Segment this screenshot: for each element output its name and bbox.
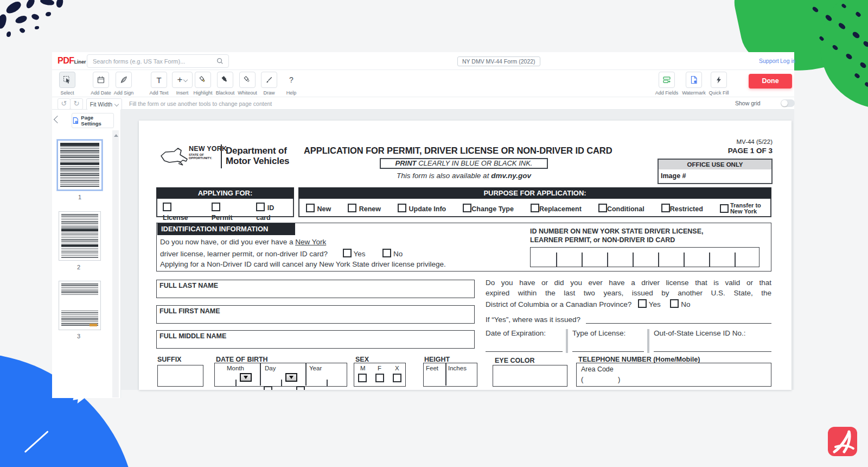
- logo-divider: [221, 144, 222, 168]
- checkbox-ident-no[interactable]: [382, 249, 391, 257]
- oos-issued-writein[interactable]: [586, 315, 771, 324]
- draw-button[interactable]: [261, 72, 277, 88]
- blackout-marker-icon: [221, 75, 229, 84]
- oos-expiration-seg: Date of Expiration:: [486, 329, 566, 353]
- search-icon[interactable]: [216, 57, 224, 65]
- redo-button[interactable]: ↻: [70, 98, 83, 110]
- oos-expiration-writein[interactable]: [486, 351, 563, 352]
- oos-idno-writein[interactable]: [654, 351, 771, 352]
- whiteout-marker-icon: [243, 75, 252, 84]
- avail-pre: This form is also available at: [397, 172, 491, 180]
- id-number-line2: LEARNER PERMIT, or NON-DRIVER ID CARD: [530, 236, 703, 244]
- ny-state-outline-icon: [159, 144, 190, 168]
- option-license: License: [163, 214, 188, 222]
- page-of-label: PAGE 1 OF 3: [691, 147, 773, 155]
- undo-button[interactable]: ↺: [58, 98, 71, 110]
- page-thumbnail-3[interactable]: [59, 281, 101, 330]
- checkbox-new[interactable]: [306, 204, 315, 212]
- dob-month-dropdown[interactable]: [240, 373, 252, 382]
- paren-close: ): [618, 375, 620, 383]
- checkbox-oos-yes[interactable]: [638, 299, 647, 308]
- ident-q1b-underlined: New York: [295, 238, 326, 246]
- page-settings-tab[interactable]: Page Settings: [72, 113, 114, 128]
- show-grid-toggle[interactable]: [781, 99, 795, 107]
- full-middle-name-field[interactable]: FULL MIDDLE NAME: [156, 330, 475, 349]
- done-button[interactable]: Done: [749, 74, 792, 89]
- page-thumbnail-1[interactable]: [57, 140, 103, 191]
- dob-day-label: Day: [265, 365, 276, 371]
- add-text-button[interactable]: T: [151, 72, 167, 88]
- checkbox-conditional[interactable]: [598, 204, 607, 212]
- checkbox-clipped-2[interactable]: [296, 386, 305, 390]
- id-number-label: ID NUMBER ON NEW YORK STATE DRIVER LICEN…: [530, 227, 703, 244]
- sex-label: SEX: [355, 356, 369, 363]
- phone-field[interactable]: Area Code ( ): [576, 363, 771, 387]
- full-last-name-field[interactable]: FULL LAST NAME: [156, 280, 475, 298]
- option-change-type: Change Type: [471, 205, 514, 213]
- editor-hint-text: Fill the form or use another tools to ch…: [129, 100, 272, 107]
- checkbox-clipped-1[interactable]: [264, 386, 272, 390]
- checkbox-update-info[interactable]: [398, 204, 406, 212]
- blackout-button[interactable]: [217, 72, 233, 88]
- sidebar-scrollbar[interactable]: [112, 130, 119, 397]
- search-input[interactable]: [92, 55, 213, 67]
- checkbox-sex-m[interactable]: [358, 374, 367, 382]
- checkbox-restricted[interactable]: [661, 204, 670, 212]
- form-code: MV-44 (5/22): [691, 138, 773, 145]
- checkbox-sex-f[interactable]: [375, 374, 384, 382]
- scroll-up-arrow[interactable]: [114, 134, 118, 137]
- page-thumbnail-2[interactable]: [59, 211, 101, 261]
- checkbox-license[interactable]: [163, 203, 171, 211]
- checkbox-replacement[interactable]: [531, 204, 539, 212]
- full-first-name-field[interactable]: FULL FIRST NAME: [156, 305, 475, 324]
- print-word: PRINT: [395, 159, 417, 167]
- checkbox-renew[interactable]: [348, 204, 356, 212]
- checkbox-permit[interactable]: [212, 203, 220, 211]
- oos-type-seg: Type of License:: [568, 329, 647, 353]
- page-settings-label: Page Settings: [81, 115, 113, 127]
- checkbox-change-type[interactable]: [463, 204, 471, 212]
- dob-day-dropdown[interactable]: [285, 373, 297, 382]
- search-forms-box: [87, 54, 229, 68]
- paintbrush-icon: [265, 75, 273, 84]
- print-instruction-box: PRINT CLEARLY IN BLUE OR BLACK INK.: [380, 158, 548, 169]
- oos-expiration-label: Date of Expiration:: [486, 329, 566, 337]
- dob-label: DATE OF BIRTH: [216, 356, 268, 363]
- tool-label: Add Fields: [652, 90, 682, 96]
- add-sign-button[interactable]: [116, 72, 132, 88]
- dob-tick: [327, 380, 328, 386]
- pdfliner-logo[interactable]: PDFLiner: [58, 56, 86, 66]
- checkbox-transfer[interactable]: [720, 204, 729, 213]
- eye-color-field[interactable]: [493, 365, 567, 387]
- zoom-mode-dropdown[interactable]: Fit Width: [86, 98, 122, 110]
- help-button[interactable]: ?: [283, 72, 299, 88]
- login-link[interactable]: Log in: [780, 58, 796, 64]
- option-restricted: Restricted: [670, 205, 703, 213]
- add-fields-button[interactable]: [659, 72, 675, 88]
- add-date-button[interactable]: [93, 72, 109, 88]
- checkbox-sex-x[interactable]: [393, 374, 401, 382]
- tool-select: Select: [52, 72, 82, 96]
- zoom-mode-label: Fit Width: [90, 101, 112, 108]
- oos-type-writein[interactable]: [572, 351, 644, 352]
- checkbox-oos-no[interactable]: [670, 299, 679, 308]
- dob-year-label: Year: [309, 365, 322, 371]
- sex-x-label: X: [395, 365, 399, 371]
- tool-help: ? Help: [276, 72, 307, 96]
- id-number-grid[interactable]: [530, 247, 760, 267]
- quick-fill-button[interactable]: [711, 72, 727, 88]
- checkbox-idcard[interactable]: [256, 203, 265, 211]
- whiteout-button[interactable]: [239, 72, 256, 88]
- highlight-button[interactable]: [195, 72, 211, 88]
- purpose-options: New Renew Update Info Change Type Replac…: [306, 200, 765, 217]
- calendar-icon: [97, 75, 105, 84]
- logo-liner-text: Liner: [74, 59, 86, 65]
- dob-divider: [260, 363, 261, 386]
- checkbox-ident-yes[interactable]: [343, 249, 352, 257]
- suffix-field[interactable]: [157, 365, 203, 387]
- support-link[interactable]: Support: [759, 58, 779, 64]
- watermark-button[interactable]: [686, 72, 702, 88]
- full-first-name-label: FULL FIRST NAME: [157, 306, 474, 315]
- oos-idno-label: Out-of-State License ID No.:: [649, 329, 771, 337]
- select-button[interactable]: [59, 72, 75, 88]
